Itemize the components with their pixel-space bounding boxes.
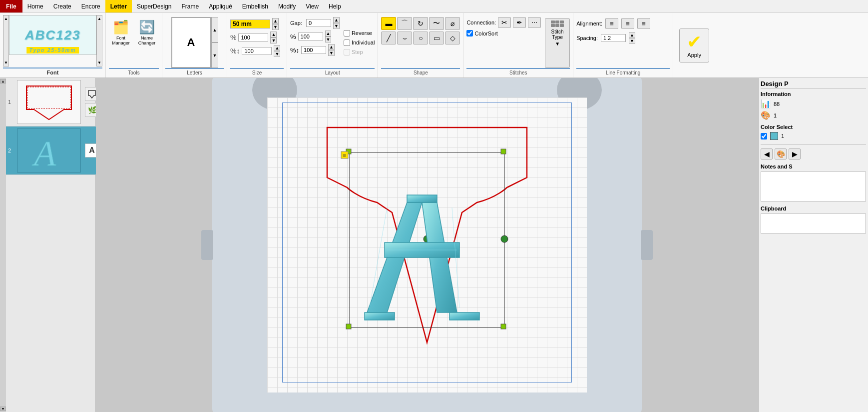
menu-encore[interactable]: Encore: [76, 0, 105, 12]
font-scroll-up[interactable]: ▲: [4, 16, 8, 21]
connection-btn2[interactable]: ✒: [513, 17, 526, 28]
right-panel: Design P Information 📊 88 🎨 1 Color Sele…: [758, 78, 868, 412]
design2-num: 2: [8, 148, 15, 154]
right-arrow-button[interactable]: ▶: [789, 148, 801, 160]
name-changer-label: NameChanger: [138, 36, 156, 46]
palette-button[interactable]: 🎨: [775, 148, 787, 160]
shape-rotate-button[interactable]: ↻: [413, 17, 428, 30]
letter-a-embroidery: [337, 142, 507, 342]
shape-wave-button[interactable]: 〜: [429, 17, 444, 30]
menu-modify[interactable]: Modify: [273, 0, 301, 12]
right-action-row: ◀ 🎨 ▶: [761, 148, 866, 160]
menu-superdesign[interactable]: SuperDesign: [132, 0, 176, 12]
font-manager-button[interactable]: 🗂️ FontManager: [109, 17, 133, 48]
shape-custom2-button[interactable]: ⌣: [397, 32, 412, 44]
menu-bar: File Home Create Encore Letter SuperDesi…: [0, 0, 868, 13]
left-scroll-down[interactable]: ▼: [0, 406, 6, 411]
align-center-button[interactable]: ≡: [621, 18, 634, 29]
left-arrow-button[interactable]: ◀: [761, 148, 773, 160]
shape-custom1-button[interactable]: ╱: [381, 32, 396, 44]
letters-scroll-up[interactable]: ▲: [211, 17, 218, 42]
menu-home[interactable]: Home: [22, 0, 48, 12]
gap-input[interactable]: [306, 19, 331, 27]
apply-button[interactable]: ✔ Apply: [679, 28, 709, 62]
name-changer-button[interactable]: 🔄 NameChanger: [135, 17, 159, 48]
size-spin-up[interactable]: ▲: [272, 18, 279, 24]
gap-pct-up[interactable]: ▲: [325, 30, 332, 36]
letters-input[interactable]: [171, 17, 211, 68]
size-pct1-input[interactable]: [238, 34, 268, 42]
menu-letter[interactable]: Letter: [105, 0, 132, 12]
connection-label: Connection:: [466, 20, 496, 26]
shape-straight-button[interactable]: ▬: [381, 17, 396, 30]
spacing-input[interactable]: [601, 34, 626, 42]
reverse-checkbox-row[interactable]: Reverse: [344, 30, 375, 36]
colorsort-row[interactable]: ColorSort: [466, 30, 541, 36]
align-right-button[interactable]: ≡: [637, 18, 650, 29]
font-list-scroll-up[interactable]: ▲: [97, 16, 101, 21]
letters-scroll-down[interactable]: ▼: [211, 42, 218, 68]
font-manager-label: FontManager: [112, 36, 130, 46]
font-scroll-down[interactable]: ▼: [4, 60, 8, 65]
info-icon-2: 🎨: [761, 110, 771, 120]
size-pct2-up[interactable]: ▲: [274, 45, 280, 51]
gap-down[interactable]: ▼: [333, 23, 340, 29]
size-pct2-input[interactable]: [242, 47, 272, 55]
left-scrollbar[interactable]: ▲ ▼: [0, 78, 6, 412]
menu-file[interactable]: File: [0, 0, 22, 12]
shape-diamond-button[interactable]: ◇: [445, 32, 460, 44]
color-select-row[interactable]: 1: [761, 132, 866, 140]
layout-group-label: Layout: [290, 68, 375, 76]
gap-pct2-up[interactable]: ▲: [328, 44, 335, 50]
apply-checkmark-icon: ✔: [687, 33, 702, 51]
connection-btn1[interactable]: ✂: [498, 17, 511, 28]
individual-checkbox-row[interactable]: Individual: [344, 40, 375, 46]
size-input[interactable]: [230, 20, 270, 28]
size-pct1-up[interactable]: ▲: [270, 32, 277, 38]
info-row-1: 📊 88: [761, 99, 866, 108]
left-scroll-up[interactable]: ▲: [0, 79, 6, 84]
spacing-down[interactable]: ▼: [629, 38, 635, 44]
gap-pct2-down[interactable]: ▼: [328, 50, 335, 56]
color-select-checkbox[interactable]: [761, 133, 767, 140]
shape-arch-button[interactable]: ⌒: [397, 17, 412, 30]
size-pct1-down[interactable]: ▼: [270, 38, 277, 44]
shape-rect-button[interactable]: ▭: [429, 32, 444, 44]
gap-pct2-input[interactable]: [301, 46, 326, 54]
design-item-1[interactable]: 1 🌿: [6, 78, 101, 126]
clipboard-label: Clipboard: [761, 206, 866, 212]
tools-group-label: Tools: [109, 68, 159, 76]
menu-create[interactable]: Create: [48, 0, 76, 12]
align-left-button[interactable]: ≡: [605, 18, 618, 29]
reverse-checkbox[interactable]: [344, 30, 350, 36]
size-group: ▲ ▼ % ▲ ▼ %↕ ▲ ▼ Size: [227, 13, 287, 78]
stitch-type-button[interactable]: StitchType ▼: [545, 18, 570, 68]
menu-help[interactable]: Help: [324, 0, 346, 12]
size-spin-down[interactable]: ▼: [272, 24, 279, 30]
colorsort-checkbox[interactable]: [466, 30, 473, 36]
shape-circle-button[interactable]: ○: [413, 32, 428, 44]
canvas-grid[interactable]: ☰: [267, 98, 587, 392]
font-list-scroll-down[interactable]: ▼: [97, 60, 101, 65]
design-item-2[interactable]: 2 A A: [6, 126, 101, 175]
spacing-up[interactable]: ▲: [629, 32, 635, 38]
gap-pct-down[interactable]: ▼: [325, 36, 332, 42]
menu-embellish[interactable]: Embellish: [237, 0, 273, 12]
notes-area[interactable]: [761, 172, 866, 202]
gap-pct2-icon: %↕: [290, 46, 299, 54]
individual-checkbox[interactable]: [344, 40, 350, 46]
menu-applique[interactable]: Appliqué: [204, 0, 237, 12]
menu-view[interactable]: View: [301, 0, 324, 12]
gap-pct-input[interactable]: [298, 32, 323, 40]
font-preview-text: ABC123: [25, 28, 81, 43]
connection-btn3[interactable]: ⋯: [528, 17, 541, 28]
svg-rect-0: [27, 87, 70, 108]
shape-zigzag-button[interactable]: ⌀: [445, 17, 460, 30]
layout-group: Gap: ▲ ▼ % ▲ ▼ %↕: [287, 13, 378, 78]
canvas-area[interactable]: ☰: [96, 78, 758, 412]
individual-label: Individual: [352, 40, 375, 46]
size-pct2-down[interactable]: ▼: [274, 51, 280, 57]
gap-up[interactable]: ▲: [333, 17, 340, 23]
name-changer-icon: 🔄: [139, 20, 155, 35]
menu-frame[interactable]: Frame: [176, 0, 204, 12]
